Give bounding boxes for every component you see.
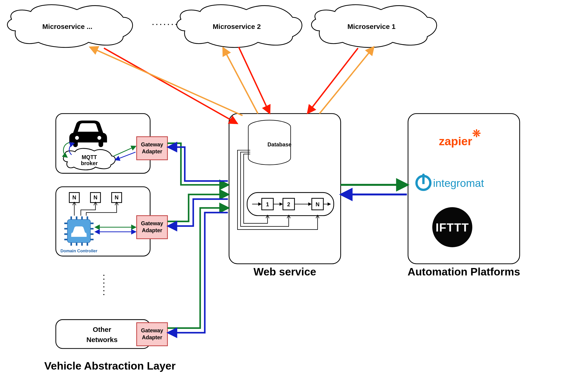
pipeline-n: N xyxy=(316,202,319,207)
vehicle-box-domainctrl: N N N Domain Controller xyxy=(56,187,150,256)
arrow-ms1-up xyxy=(319,48,373,114)
gateway1-l2: Adapter xyxy=(142,148,162,154)
other-l2: Networks xyxy=(86,336,118,344)
automation-title: Automation Platforms xyxy=(408,266,520,278)
arrow-msn-up xyxy=(90,48,243,116)
chip-icon xyxy=(64,216,94,246)
arrow-gw1-to-ws-green xyxy=(167,143,228,185)
web-service-title: Web service xyxy=(254,266,316,278)
integromat-text: integromat xyxy=(433,177,484,189)
ifttt-text: IFTTT xyxy=(435,221,469,234)
svg-point-25 xyxy=(75,136,79,140)
svg-point-22 xyxy=(422,174,425,176)
cloud-microservice-1: Microservice 1 xyxy=(311,5,437,48)
svg-rect-21 xyxy=(422,177,425,184)
cloud-microservice-2: Microservice 2 xyxy=(177,5,302,48)
zapier-text: zapier xyxy=(439,135,472,148)
gateway-adapter-3: Gateway Adapter xyxy=(137,323,167,346)
cloud-ms-n-label: Microservice ... xyxy=(42,23,93,30)
database-icon: Database xyxy=(248,120,292,165)
svg-line-18 xyxy=(474,135,475,136)
svg-line-16 xyxy=(474,131,475,132)
vehicle-layer-title: Vehicle Abstraction Layer xyxy=(44,360,176,372)
arrow-ms2-up xyxy=(223,48,258,114)
pipeline-2: 2 xyxy=(287,202,290,207)
mqtt-line2: broker xyxy=(81,160,98,166)
architecture-diagram: Microservice ... . . . . . . . Microserv… xyxy=(0,0,562,385)
svg-point-11 xyxy=(475,132,478,135)
vehicle-vdots: . . . . . . xyxy=(102,274,110,296)
arrow-msn-down xyxy=(104,48,237,123)
svg-line-19 xyxy=(478,131,479,132)
gateway2-l1: Gateway xyxy=(141,220,163,226)
svg-point-26 xyxy=(97,136,101,140)
pipeline: 1 2 N xyxy=(247,193,334,216)
gateway-adapter-2: Gateway Adapter xyxy=(137,215,167,239)
other-l1: Other xyxy=(93,326,111,333)
arrow-ws-to-gw1-blue xyxy=(169,147,228,181)
gateway2-l2: Adapter xyxy=(142,227,162,233)
cloud-ms-1-label: Microservice 1 xyxy=(348,23,396,30)
node-n1: N xyxy=(72,195,76,201)
arrow-ms2-down xyxy=(239,47,269,113)
mqtt-broker-icon: MQTT broker xyxy=(63,148,115,170)
gateway3-l1: Gateway xyxy=(141,327,163,333)
ifttt-logo: IFTTT xyxy=(432,207,472,247)
cloud-dots: . . . . . . . xyxy=(152,19,177,26)
cloud-ms-2-label: Microservice 2 xyxy=(213,23,261,30)
pipeline-1: 1 xyxy=(266,202,269,207)
svg-rect-55 xyxy=(56,320,150,348)
arrow-ms1-down xyxy=(308,48,358,113)
web-service-panel: Web service Database 1 2 N xyxy=(229,114,341,277)
gateway3-l2: Adapter xyxy=(142,334,162,340)
node-n3: N xyxy=(115,195,119,201)
mqtt-line1: MQTT xyxy=(82,154,97,160)
gateway1-l1: Gateway xyxy=(141,142,163,148)
cloud-microservice-n: Microservice ... xyxy=(7,5,133,48)
database-label: Database xyxy=(268,142,292,148)
domainctrl-label: Domain Controller xyxy=(60,248,98,253)
vehicle-box-mqtt: MQTT broker xyxy=(56,114,150,173)
svg-line-17 xyxy=(478,135,479,136)
vehicle-box-other: Other Networks xyxy=(56,320,150,348)
arrow-ws-to-gw3-blue xyxy=(169,213,228,333)
automation-platforms-panel: Automation Platforms zapier integromat I… xyxy=(408,114,520,277)
gateway-adapter-1: Gateway Adapter xyxy=(137,137,167,160)
node-n2: N xyxy=(94,195,98,201)
